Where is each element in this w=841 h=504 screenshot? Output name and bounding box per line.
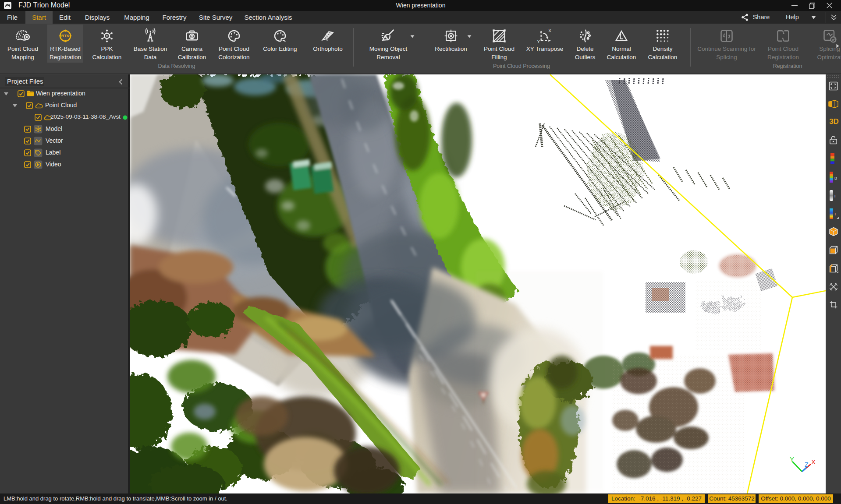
svg-text:T: T — [834, 212, 837, 216]
svg-text:Y: Y — [537, 39, 540, 44]
svg-text:Z: Z — [805, 461, 809, 468]
svg-text:Y: Y — [790, 455, 794, 463]
svg-text:X: X — [811, 458, 816, 465]
svg-text:RTK: RTK — [61, 34, 70, 38]
svg-text:B: B — [834, 176, 837, 180]
svg-text:X: X — [549, 28, 551, 33]
svg-text:I: I — [834, 194, 836, 198]
